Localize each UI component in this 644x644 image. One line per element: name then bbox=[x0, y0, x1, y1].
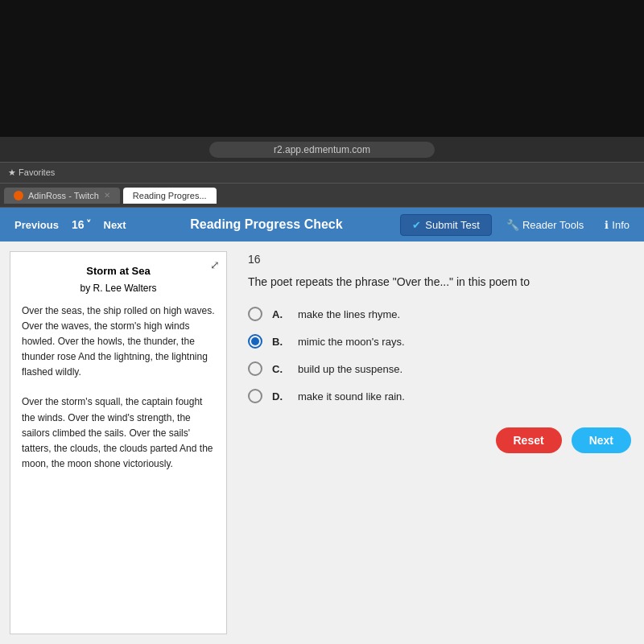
bookmarks-bar: ★ Favorites bbox=[0, 163, 644, 184]
question-text: The poet repeats the phrase "Over the...… bbox=[248, 274, 631, 291]
chevron-down-icon[interactable]: ˅ bbox=[86, 219, 91, 230]
tab-reading-progress[interactable]: Reading Progres... bbox=[123, 188, 217, 204]
checkmark-icon: ✔ bbox=[412, 219, 421, 231]
tab-twitch[interactable]: AdinRoss - Twitch ✕ bbox=[4, 188, 120, 204]
info-label: Info bbox=[612, 219, 630, 231]
reset-button[interactable]: Reset bbox=[496, 427, 562, 453]
radio-c[interactable] bbox=[248, 361, 262, 376]
option-b-text: mimic the moon's rays. bbox=[298, 336, 405, 348]
next-nav-button[interactable]: Next bbox=[97, 216, 133, 234]
question-panel: 16 The poet repeats the phrase "Over the… bbox=[235, 242, 644, 644]
tab-close-icon[interactable]: ✕ bbox=[104, 191, 110, 200]
passage-panel: ⤢ Storm at Sea by R. Lee Walters Over th… bbox=[10, 251, 227, 634]
radio-b[interactable] bbox=[248, 334, 262, 349]
favorites-bookmark[interactable]: ★ Favorites bbox=[8, 167, 55, 178]
option-d-text: make it sound like rain. bbox=[298, 390, 405, 402]
submit-label: Submit Test bbox=[425, 219, 480, 231]
submit-test-button[interactable]: ✔ Submit Test bbox=[400, 214, 492, 236]
action-buttons: Reset Next bbox=[248, 427, 631, 453]
passage-stanza2: Over the storm's squall, the captain fou… bbox=[22, 394, 215, 472]
passage-stanza1: Over the seas, the ship rolled on high w… bbox=[22, 303, 215, 381]
browser-tabs: AdinRoss - Twitch ✕ Reading Progres... bbox=[0, 184, 644, 208]
option-b[interactable]: B. mimic the moon's rays. bbox=[248, 334, 631, 349]
info-icon: ℹ bbox=[605, 219, 609, 231]
app-toolbar: Previous 16 ˅ Next Reading Progress Chec… bbox=[0, 208, 644, 242]
option-c[interactable]: C. build up the suspense. bbox=[248, 361, 631, 376]
reader-tools-button[interactable]: 🔧 Reader Tools bbox=[500, 216, 590, 234]
question-number: 16 bbox=[72, 218, 85, 231]
letter-a: A. bbox=[272, 308, 288, 320]
reader-tools-label: Reader Tools bbox=[522, 219, 584, 231]
browser-address-bar: r2.app.edmentum.com bbox=[0, 137, 644, 163]
radio-d[interactable] bbox=[248, 389, 262, 403]
main-content: ⤢ Storm at Sea by R. Lee Walters Over th… bbox=[0, 242, 644, 644]
option-a-text: make the lines rhyme. bbox=[298, 308, 400, 320]
option-a[interactable]: A. make the lines rhyme. bbox=[248, 307, 631, 321]
next-button[interactable]: Next bbox=[572, 427, 631, 453]
letter-b: B. bbox=[272, 336, 288, 348]
expand-icon[interactable]: ⤢ bbox=[210, 257, 220, 274]
passage-author: by R. Lee Walters bbox=[22, 281, 215, 295]
tab-twitch-label: AdinRoss - Twitch bbox=[28, 191, 99, 200]
question-num-display: 16 ˅ bbox=[72, 218, 91, 231]
tab-reading-label: Reading Progres... bbox=[133, 191, 207, 200]
letter-c: C. bbox=[272, 363, 288, 375]
url-display: r2.app.edmentum.com bbox=[209, 142, 435, 158]
wrench-icon: 🔧 bbox=[506, 219, 519, 231]
passage-title: Storm at Sea bbox=[22, 263, 215, 279]
question-number-display: 16 bbox=[248, 253, 631, 266]
dark-top-area bbox=[0, 0, 644, 137]
letter-d: D. bbox=[272, 390, 288, 402]
option-c-text: build up the suspense. bbox=[298, 363, 402, 375]
info-button[interactable]: ℹ Info bbox=[598, 216, 636, 234]
answer-options: A. make the lines rhyme. B. mimic the mo… bbox=[248, 307, 631, 403]
radio-a[interactable] bbox=[248, 307, 262, 321]
toolbar-right: ✔ Submit Test 🔧 Reader Tools ℹ Info bbox=[400, 214, 636, 236]
page-title: Reading Progress Check bbox=[139, 217, 394, 232]
previous-button[interactable]: Previous bbox=[8, 216, 65, 234]
option-d[interactable]: D. make it sound like rain. bbox=[248, 389, 631, 403]
twitch-favicon bbox=[14, 191, 23, 200]
radio-b-fill bbox=[251, 337, 259, 345]
